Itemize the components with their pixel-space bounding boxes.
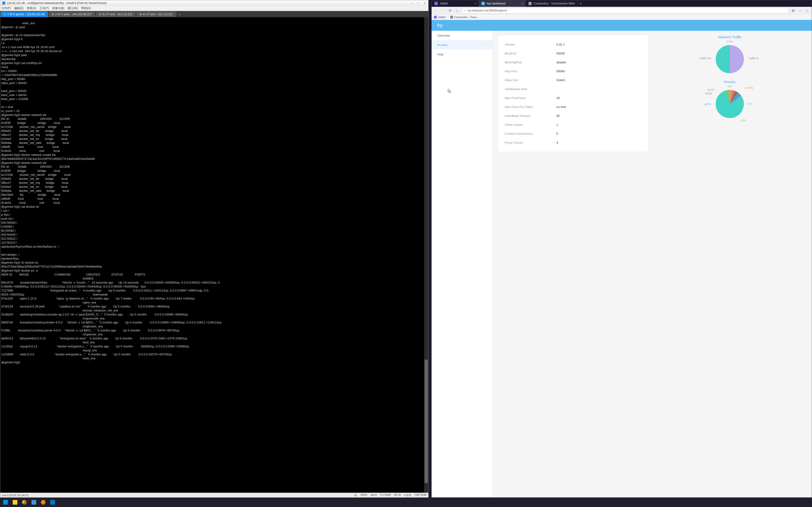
url-text: frp.metazion.net:50500/static/#/ — [468, 9, 507, 12]
firefox-tabstrip: Jellyfin × frps dashboard × Combustion -… — [432, 0, 812, 7]
session-tab-aries[interactable]: 2 W V aries - 144.202.98.227 — [49, 11, 95, 17]
favicon-icon — [481, 2, 485, 5]
status-dot-icon — [140, 13, 142, 15]
frp-info-card: Version0.32.1 BindPort50000 BindUdpPortd… — [498, 35, 648, 152]
terminal-scrollbar[interactable] — [424, 17, 428, 493]
favicon-icon — [450, 16, 453, 18]
back-button[interactable]: ← — [434, 8, 439, 13]
sidebar-item-proxies[interactable]: Proxies﹀ — [432, 40, 493, 50]
start-button[interactable] — [1, 498, 10, 507]
info-row: Current Connections0 — [505, 129, 642, 138]
status-size: ¶ 176x86 — [380, 493, 391, 497]
windows-icon — [3, 500, 8, 505]
favicon-icon — [435, 2, 438, 5]
menu-view[interactable]: 查看(V) — [27, 6, 36, 10]
menu-tabs[interactable]: 选项卡(B) — [52, 6, 64, 10]
home-button[interactable]: ⌂ — [455, 8, 460, 13]
xshell-titlebar[interactable]: 120.92.151.46 - root@gemini:/data/docker… — [0, 0, 428, 6]
proxies-chart: Proxies now HTTPS STCP XTCP HTTP TCP UDP — [716, 80, 744, 118]
chart-title: Network Traffic — [716, 35, 744, 39]
xshell-menubar: 文件(F) 编辑(E) 查看(V) 工具(T) 选项卡(B) 窗口(W) 帮助(… — [0, 6, 428, 11]
close-tab-icon[interactable]: × — [474, 2, 476, 5]
menu-window[interactable]: 窗口(W) — [68, 6, 78, 10]
session-tab-cent[interactable]: 3 L P cent - 10.1.10.221 — [96, 11, 136, 17]
tab-label: 1 W K gemini - 120.92.151.46 — [7, 13, 45, 16]
menu-dots-button[interactable]: ⋯ — [798, 8, 803, 13]
frp-sidebar: Overview Proxies﹀ Help — [432, 31, 493, 497]
frp-title: frp — [437, 23, 443, 28]
info-row: Subdomain Host — [505, 84, 642, 94]
frp-charts: Network Traffic today Traffic Out Traffi… — [653, 35, 807, 118]
frp-header: frp — [432, 20, 812, 31]
close-tab-icon[interactable]: × — [522, 2, 523, 5]
status-connection: ssh://120.92.151.46:22 — [2, 494, 29, 497]
favicon-icon — [528, 2, 532, 5]
firefox-window: Jellyfin × frps dashboard × Combustion -… — [432, 0, 812, 498]
sidebar-item-help[interactable]: Help — [432, 50, 493, 59]
xshell-tabs: 1 W K gemini - 120.92.151.46 2 W V aries… — [0, 11, 428, 17]
pie-chart: Traffic Out Traffic In — [716, 45, 744, 73]
info-row: BindPort50000 — [505, 49, 642, 58]
pie-label: TCP — [747, 103, 752, 105]
bookmark-combustion[interactable]: Combustion - Trans... — [450, 16, 479, 18]
new-tab-button[interactable]: + — [577, 1, 584, 6]
taskbar-explorer[interactable] — [11, 498, 19, 507]
menu-edit[interactable]: 编辑(E) — [14, 6, 23, 10]
pie-label: STCP — [707, 89, 714, 91]
scrollbar-thumb[interactable] — [424, 359, 428, 483]
taskbar-chrome[interactable] — [20, 498, 29, 507]
taskbar-vscode[interactable] — [48, 498, 57, 507]
xshell-statusbar: ssh://120.92.151.46:22 🔒 SSH2 xterm ¶ 17… — [0, 493, 428, 497]
chrome-icon — [22, 500, 27, 505]
terminal[interactable]: redis_era @gemini ~]# pwd @gemini ~]# cd… — [0, 17, 428, 493]
xshell-icon — [32, 500, 36, 505]
info-row: Https Port50443 — [505, 75, 642, 84]
pie-label: HTTP — [704, 103, 711, 106]
reader-button[interactable]: ⊞ — [791, 8, 796, 13]
minimize-button[interactable]: — — [409, 1, 414, 5]
bookmark-star-icon[interactable]: ☆ — [805, 8, 810, 13]
windows-taskbar[interactable] — [0, 498, 812, 507]
browser-tab-frps[interactable]: frps dashboard × — [478, 0, 525, 7]
bookmark-jellyfin[interactable]: Jellyfin — [434, 16, 446, 18]
status-dot-icon — [99, 13, 101, 15]
sidebar-item-overview[interactable]: Overview — [432, 31, 493, 40]
firefox-icon — [41, 500, 46, 505]
forward-button[interactable]: → — [441, 8, 446, 13]
info-row: Max Ports Per Clientno limit — [505, 102, 642, 111]
traffic-chart: Network Traffic today Traffic Out Traffi… — [716, 35, 744, 73]
info-row: Http Port50080 — [505, 67, 642, 75]
taskbar-xshell[interactable] — [30, 498, 38, 507]
session-tab-omv[interactable]: 4 L P omv - 10.1.10.222 — [136, 11, 176, 17]
status-dot-icon — [4, 13, 6, 15]
reload-button[interactable]: ⟳ — [448, 8, 453, 13]
add-tab-button[interactable]: + — [177, 12, 182, 17]
chart-subtitle: now — [716, 85, 744, 88]
menu-tools[interactable]: 工具(T) — [40, 6, 49, 10]
chevron-down-icon: ﹀ — [486, 43, 489, 47]
xshell-title-text: 120.92.151.46 - root@gemini:/data/docker… — [7, 1, 106, 5]
close-button[interactable]: ✕ — [422, 1, 427, 5]
session-tab-gemini[interactable]: 1 W K gemini - 120.92.151.46 — [1, 11, 48, 17]
status-term: xterm — [370, 493, 377, 497]
tab-label: Combustion - Transmission Web — [534, 2, 574, 5]
tab-label: 2 W V aries - 144.202.98.227 — [55, 13, 92, 16]
browser-tab-combustion[interactable]: Combustion - Transmission Web × — [525, 0, 577, 7]
info-row: Proxy Counts4 — [505, 138, 642, 147]
taskbar-firefox[interactable] — [39, 498, 47, 507]
favicon-icon — [434, 16, 437, 18]
url-bar[interactable]: 🛡 frp.metazion.net:50500/static/#/ — [462, 8, 789, 13]
bookmarks-bar: Jellyfin Combustion - Trans... — [432, 14, 812, 20]
status-pos: 86,20 — [394, 493, 401, 497]
status-lock-icon: 🔒 — [354, 493, 357, 497]
maximize-button[interactable]: □ — [415, 1, 421, 5]
browser-tab-jellyfin[interactable]: Jellyfin × — [432, 0, 478, 7]
lock-icon: 🛡 — [464, 9, 466, 12]
menu-help[interactable]: 帮助(H) — [81, 6, 91, 10]
firefox-navbar: ← → ⟳ ⌂ 🛡 frp.metazion.net:50500/static/… — [432, 7, 812, 14]
menu-file[interactable]: 文件(F) — [2, 6, 11, 10]
info-row: Client Counts1 — [505, 120, 642, 129]
close-tab-icon[interactable]: × — [573, 2, 575, 5]
info-row: Max PoolCount10 — [505, 94, 642, 102]
terminal-output: redis_era @gemini ~]# pwd @gemini ~]# cd… — [1, 21, 221, 364]
